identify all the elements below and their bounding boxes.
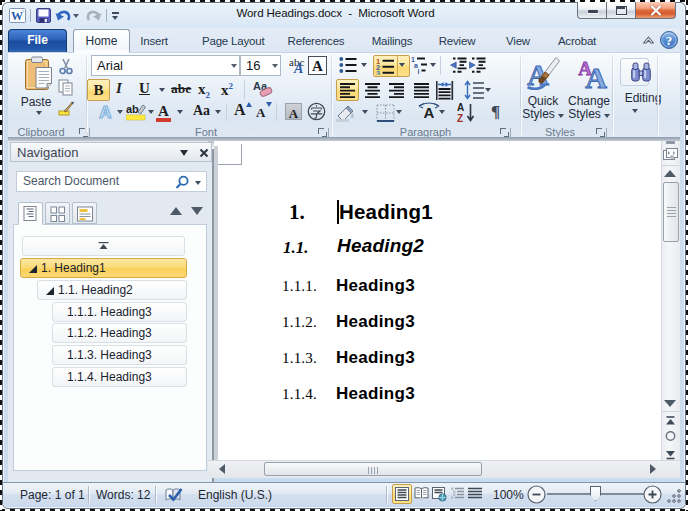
svg-text:A: A <box>99 103 111 121</box>
svg-text:A: A <box>424 104 435 121</box>
svg-text:Z: Z <box>457 113 463 123</box>
svg-text:3: 3 <box>376 69 380 76</box>
svg-text:A: A <box>585 61 607 90</box>
svg-text:i: i <box>418 68 420 75</box>
svg-text:ab: ab <box>126 103 139 115</box>
svg-text:?: ? <box>666 33 673 48</box>
svg-text:W: W <box>11 9 23 23</box>
svg-text:A: A <box>457 102 464 113</box>
